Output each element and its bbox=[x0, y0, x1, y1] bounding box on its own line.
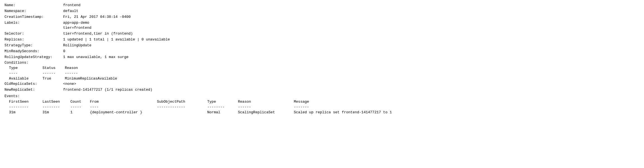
events-row1-count: 1 bbox=[70, 110, 90, 115]
oldreplicasets-row: OldReplicaSets: <none> bbox=[4, 81, 640, 87]
name-label: Name: bbox=[4, 3, 63, 8]
events-div-firstseen: --------- bbox=[9, 105, 42, 110]
events-row1-type: Normal bbox=[207, 110, 238, 115]
strategy-label: StrategyType: bbox=[4, 43, 63, 48]
oldreplicasets-value: <none> bbox=[63, 81, 76, 87]
minready-row: MinReadySeconds: 0 bbox=[4, 49, 640, 54]
selector-row: Selector: tier=frontend,tier in (fronten… bbox=[4, 31, 640, 37]
events-data-row: 31m 31m 1 {deployment-controller } Norma… bbox=[9, 110, 640, 115]
conditions-div-reason: ------ bbox=[65, 71, 121, 76]
events-header-row: FirstSeen LastSeen Count From SubObjectP… bbox=[9, 99, 640, 105]
conditions-row1-reason: MinimumReplicasAvailable bbox=[65, 76, 121, 81]
events-row1-firstseen: 31m bbox=[9, 110, 42, 115]
events-row1-message: Scaled up replica set frontend-141477217… bbox=[294, 110, 406, 115]
replicas-row: Replicas: 1 updated | 1 total | 1 availa… bbox=[4, 37, 640, 42]
rollingupdatestrategy-row: RollingUpdateStrategy: 1 max unavailable… bbox=[4, 55, 640, 60]
oldreplicasets-label: OldReplicaSets: bbox=[4, 81, 63, 87]
events-divider-row: --------- -------- ----- ---- ----------… bbox=[9, 105, 640, 110]
events-table: FirstSeen LastSeen Count From SubObjectP… bbox=[9, 99, 640, 115]
events-col-type: Type bbox=[207, 99, 238, 105]
events-col-count: Count bbox=[70, 99, 90, 105]
strategy-value: RollingUpdate bbox=[63, 43, 91, 48]
creation-value: Fri, 21 Apr 2017 04:38:14 -0400 bbox=[63, 15, 131, 20]
page-content: Name: frontend Namespace: default Creati… bbox=[4, 3, 640, 115]
events-section: Events: FirstSeen LastSeen Count From Su… bbox=[4, 94, 640, 115]
events-div-reason: ------ bbox=[238, 105, 294, 110]
events-col-message: Message bbox=[294, 99, 406, 105]
labels-value2: tier=frontend bbox=[63, 25, 91, 31]
creation-row: CreationTimestamp: Fri, 21 Apr 2017 04:3… bbox=[4, 15, 640, 20]
labels-value1: app=app-demo bbox=[63, 20, 89, 26]
minready-label: MinReadySeconds: bbox=[4, 49, 63, 54]
events-div-subobjectpath: ------------- bbox=[157, 105, 207, 110]
conditions-col-reason: Reason bbox=[65, 66, 121, 71]
strategy-row: StrategyType: RollingUpdate bbox=[4, 43, 640, 48]
events-div-count: ----- bbox=[70, 105, 90, 110]
conditions-col-type: Type bbox=[9, 66, 42, 71]
conditions-data-row: Available True MinimumReplicasAvailable bbox=[9, 76, 640, 81]
labels-spacer bbox=[4, 25, 63, 31]
conditions-section: Conditions: Type Status Reason ---- ----… bbox=[4, 60, 640, 81]
events-col-lastseen: LastSeen bbox=[42, 99, 70, 105]
events-col-from: From bbox=[90, 99, 157, 105]
events-row1-lastseen: 31m bbox=[42, 110, 70, 115]
events-div-message: ------- bbox=[294, 105, 406, 110]
events-label: Events: bbox=[4, 94, 640, 99]
newreplicaset-value: frontend-141477217 (1/1 replicas created… bbox=[63, 87, 152, 93]
events-div-lastseen: -------- bbox=[42, 105, 70, 110]
replicas-value: 1 updated | 1 total | 1 available | 0 un… bbox=[63, 37, 170, 42]
conditions-divider-row: ---- ------ ------ bbox=[9, 71, 640, 76]
labels-row: Labels: app=app-demo tier=frontend bbox=[4, 20, 640, 31]
namespace-label: Namespace: bbox=[4, 9, 63, 14]
conditions-col-status: Status bbox=[42, 66, 65, 71]
labels-label: Labels: bbox=[4, 20, 63, 26]
rollingupdatestrategy-value: 1 max unavailable, 1 max surge bbox=[63, 55, 128, 60]
events-row1-subobjectpath bbox=[157, 110, 207, 115]
newreplicaset-row: NewReplicaSet: frontend-141477217 (1/1 r… bbox=[4, 87, 640, 93]
namespace-row: Namespace: default bbox=[4, 9, 640, 14]
events-div-type: -------- bbox=[207, 105, 238, 110]
conditions-label: Conditions: bbox=[4, 60, 640, 66]
conditions-row1-status: True bbox=[42, 76, 65, 81]
events-row1-reason: ScalingReplicaSet bbox=[238, 110, 294, 115]
conditions-div-status: ------ bbox=[42, 71, 65, 76]
name-row: Name: frontend bbox=[4, 3, 640, 8]
conditions-header-row: Type Status Reason bbox=[9, 66, 640, 71]
events-col-subobjectpath: SubObjectPath bbox=[157, 99, 207, 105]
events-row1-from: {deployment-controller } bbox=[90, 110, 157, 115]
creation-label: CreationTimestamp: bbox=[4, 15, 63, 20]
conditions-div-type: ---- bbox=[9, 71, 42, 76]
selector-value: tier=frontend,tier in (frontend) bbox=[63, 31, 133, 37]
newreplicaset-label: NewReplicaSet: bbox=[4, 87, 63, 93]
conditions-table: Type Status Reason ---- ------ ------ Av… bbox=[9, 66, 640, 81]
replicas-label: Replicas: bbox=[4, 37, 63, 42]
rollingupdatestrategy-label: RollingUpdateStrategy: bbox=[4, 55, 63, 60]
conditions-row1-type: Available bbox=[9, 76, 42, 81]
events-col-firstseen: FirstSeen bbox=[9, 99, 42, 105]
events-col-reason: Reason bbox=[238, 99, 294, 105]
namespace-value: default bbox=[63, 9, 78, 14]
events-div-from: ---- bbox=[90, 105, 157, 110]
minready-value: 0 bbox=[63, 49, 65, 54]
name-value: frontend bbox=[63, 3, 80, 8]
selector-label: Selector: bbox=[4, 31, 63, 37]
